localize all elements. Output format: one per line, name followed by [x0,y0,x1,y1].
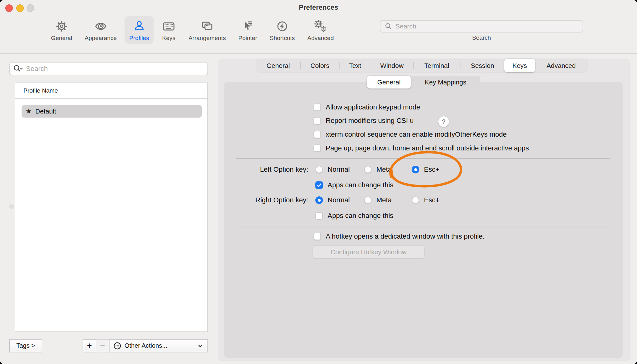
checkbox-label: Apps can change this [328,181,393,189]
checkbox-unchecked[interactable] [313,104,321,111]
profile-search-field[interactable] [9,62,208,75]
preferences-window: Preferences General Appearance [0,0,637,364]
radio-unchecked[interactable] [364,196,372,204]
section-divider [236,226,610,226]
checkbox-row-csi-u[interactable]: Report modifiers using CSI u [313,116,414,125]
toolbar-item-label: Profiles [129,35,149,42]
checkbox-row-modifyotherkeys[interactable]: xterm control sequence can enable modify… [313,130,507,139]
add-profile-button[interactable]: + [83,339,96,352]
radio-left-normal[interactable]: Normal [315,165,350,174]
checkbox-row-hotkey[interactable]: A hotkey opens a dedicated window with t… [313,232,485,241]
radio-unchecked[interactable] [412,196,419,204]
toolbar-item-general[interactable]: General [46,16,77,44]
profile-search-input[interactable] [25,64,204,73]
radio-label: Meta [376,165,392,174]
windows-icon [200,19,214,33]
tab-advanced[interactable]: Advanced [535,59,587,72]
section-divider [236,158,610,159]
tags-button[interactable]: Tags > [9,339,42,352]
tab-divider [413,62,414,69]
other-actions-dropdown[interactable]: Other Actions... [109,339,208,352]
tab-divider [371,62,371,69]
checkbox-row-keypad[interactable]: Allow application keypad mode [313,103,420,112]
radio-right-meta[interactable]: Meta [364,196,392,205]
radio-left-meta[interactable]: Meta [364,165,392,174]
other-actions-label: Other Actions... [125,342,167,349]
toolbar-search-label: Search [380,34,583,41]
toolbar-item-arrangements[interactable]: Arrangements [184,16,230,44]
toolbar-item-label: Appearance [85,35,117,42]
radio-label: Esc+ [424,196,440,204]
keys-general-pane [224,82,623,358]
radio-left-esc[interactable]: Esc+ [412,165,440,174]
radio-checked[interactable] [315,196,323,204]
tab-session[interactable]: Session [461,59,504,72]
toolbar-separator [0,53,637,54]
splitter-handle[interactable] [9,204,14,209]
profile-tabbar: General Colors Text Window Terminal Sess… [256,59,587,72]
remove-profile-button[interactable]: − [96,339,110,352]
radio-checked[interactable] [412,166,419,173]
toolbar-search-field[interactable] [380,20,583,33]
gear-icon [54,19,69,33]
radio-unchecked[interactable] [364,166,372,173]
subtab-key-mappings[interactable]: Key Mappings [411,76,480,88]
keyboard-icon [161,19,176,33]
toolbar-item-shortcuts[interactable]: Shortcuts [265,16,299,44]
chevron-down-icon [197,343,204,349]
toolbar-item-label: Shortcuts [270,35,295,42]
checkbox-unchecked[interactable] [313,117,321,124]
tab-terminal[interactable]: Terminal [413,59,461,72]
toolbar-search-input[interactable] [395,22,579,30]
toolbar-item-keys[interactable]: Keys [157,16,181,44]
radio-unchecked[interactable] [315,166,323,173]
tab-general[interactable]: General [256,59,300,72]
radio-label: Esc+ [424,165,440,174]
tab-keys[interactable]: Keys [504,59,535,72]
search-options-icon[interactable] [13,64,23,73]
profile-list-header: Profile Name [15,83,207,99]
checkbox-label: Allow application keypad mode [326,103,420,111]
subtab-general[interactable]: General [367,76,411,88]
radio-label: Normal [328,196,350,204]
tab-divider [339,62,340,69]
radio-label: Normal [328,165,350,174]
cursor-icon [241,19,255,33]
tab-divider [300,62,301,69]
checkbox-label: Page up, page down, home and end scroll … [326,144,529,152]
toolbar-item-profiles[interactable]: Profiles [125,16,154,44]
checkbox-checked[interactable] [315,181,323,189]
eye-icon [94,19,108,33]
toolbar-item-pointer[interactable]: Pointer [234,16,262,44]
left-option-key-label: Left Option key: [219,165,308,174]
radio-right-normal[interactable]: Normal [315,196,350,205]
title-bar: Preferences [0,0,637,15]
toolbar-item-label: Pointer [238,35,257,42]
checkbox-row-apps-left[interactable]: Apps can change this [315,181,393,190]
tab-divider [461,62,461,69]
checkbox-row-scroll-outside[interactable]: Page up, page down, home and end scroll … [313,144,529,153]
gears-icon [313,19,328,33]
toolbar-item-advanced[interactable]: Advanced [303,16,339,44]
toolbar-item-label: Keys [162,35,175,42]
radio-right-esc[interactable]: Esc+ [412,196,440,205]
right-option-key-label: Right Option key: [219,196,308,205]
checkbox-unchecked[interactable] [313,131,321,138]
help-button[interactable]: ? [438,116,449,127]
profile-name: Default [35,108,56,115]
toolbar-item-appearance[interactable]: Appearance [80,16,121,44]
keys-subtabbar: General Key Mappings [367,76,480,88]
checkbox-unchecked[interactable] [315,212,323,220]
profile-row-default[interactable]: ★ Default [22,105,202,118]
tab-text[interactable]: Text [339,59,371,72]
checkbox-unchecked[interactable] [313,144,321,152]
tab-window[interactable]: Window [371,59,413,72]
configure-hotkey-window-button[interactable]: Configure Hotkey Window [313,245,425,258]
window-title: Preferences [0,3,637,12]
tab-colors[interactable]: Colors [300,59,339,72]
checkbox-label: Report modifiers using CSI u [326,117,414,125]
checkbox-unchecked[interactable] [313,233,321,240]
checkbox-label: A hotkey opens a dedicated window with t… [326,232,485,240]
checkbox-label: xterm control sequence can enable modify… [326,130,507,139]
checkbox-row-apps-right[interactable]: Apps can change this [315,211,393,220]
